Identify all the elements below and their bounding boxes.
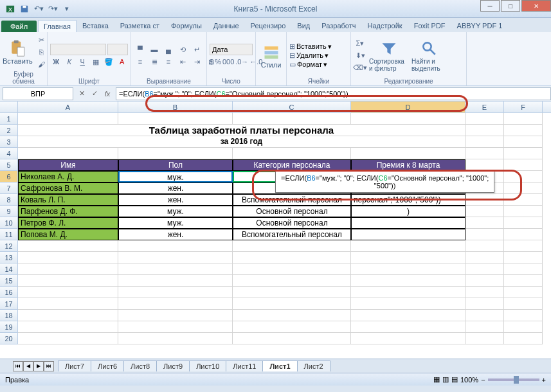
tab-view[interactable]: Вид — [291, 19, 316, 32]
indent-dec-icon[interactable]: ⇤ — [176, 56, 189, 67]
insert-cells-button[interactable]: ⊞Вставить ▾ — [289, 42, 348, 51]
sheet-nav-next[interactable]: ▶ — [33, 361, 44, 371]
view-normal-icon[interactable]: ▦ — [433, 375, 440, 384]
view-layout-icon[interactable]: ▥ — [442, 375, 449, 384]
tab-foxit[interactable]: Foxit PDF — [408, 19, 451, 32]
qat-more-icon[interactable]: ▾ — [60, 3, 73, 15]
col-header-D[interactable]: D — [351, 102, 465, 112]
zoom-controls: ▦ ▥ ▤ 100% − + — [433, 375, 546, 384]
row-header[interactable]: 1 — [0, 113, 18, 125]
sheet-tab[interactable]: Лист7 — [58, 361, 91, 371]
col-header-C[interactable]: C — [233, 102, 351, 112]
formula-bar[interactable]: =ЕСЛИ(B6="муж."; "0"; ЕСЛИ(C6="Основной … — [116, 87, 551, 100]
align-middle-icon[interactable]: ▬ — [148, 44, 161, 55]
fill-color-icon[interactable]: 🪣 — [103, 56, 115, 67]
sheet-tab-active[interactable]: Лист1 — [262, 361, 297, 371]
window-controls: ─ □ ✕ — [479, 0, 551, 12]
bold-icon[interactable]: Ж — [50, 56, 62, 67]
fill-icon[interactable]: ⬇▾ — [354, 50, 366, 62]
find-select-button[interactable]: Найти и выделить — [411, 40, 447, 72]
table-title[interactable]: Таблица заработной платы персонала — [18, 125, 465, 136]
tab-insert[interactable]: Вставка — [77, 19, 114, 32]
svg-text:X: X — [8, 5, 13, 12]
border-icon[interactable]: ▦ — [90, 56, 102, 67]
col-name[interactable]: Имя — [18, 159, 118, 171]
col-gender[interactable]: Пол — [118, 159, 233, 171]
align-bottom-icon[interactable]: ▄ — [162, 44, 175, 55]
sheet-tab[interactable]: Лист10 — [189, 361, 226, 371]
sheet-tab[interactable]: Лист6 — [91, 361, 124, 371]
spreadsheet-grid[interactable]: A B C D E F 1234567891011121314151617181… — [0, 102, 551, 359]
select-all-corner[interactable] — [0, 102, 18, 112]
redo-icon[interactable]: ↷▾ — [46, 3, 59, 15]
zoom-slider[interactable] — [488, 379, 539, 381]
undo-icon[interactable]: ↶▾ — [32, 3, 45, 15]
font-color-icon[interactable]: A — [116, 56, 129, 67]
group-clipboard: Буфер обмена — [3, 71, 44, 85]
comma-icon[interactable]: 000 — [222, 56, 234, 67]
tab-review[interactable]: Рецензиро — [245, 19, 292, 32]
view-break-icon[interactable]: ▤ — [451, 375, 458, 384]
sheet-nav-prev[interactable]: ◀ — [23, 361, 33, 371]
group-font: Шрифт — [50, 78, 128, 85]
number-format-dropdown[interactable]: Дата — [210, 44, 253, 55]
minimize-button[interactable]: ─ — [480, 0, 500, 12]
tab-layout[interactable]: Разметка ст — [114, 19, 165, 32]
wrap-text-icon[interactable]: ↵ — [190, 44, 203, 55]
paste-button[interactable]: Вставить — [3, 39, 33, 65]
col-category[interactable]: Категория персонала — [233, 159, 351, 171]
excel-icon[interactable]: X — [4, 3, 17, 15]
align-left-icon[interactable]: ≡ — [134, 56, 147, 67]
file-tab[interactable]: Файл — [1, 21, 37, 32]
col-bonus[interactable]: Премия к 8 марта — [351, 159, 465, 171]
sheet-tab[interactable]: Лист11 — [226, 361, 263, 371]
align-right-icon[interactable]: ≡ — [162, 56, 175, 67]
col-header-E[interactable]: E — [465, 102, 504, 112]
orientation-icon[interactable]: ⟲ — [176, 44, 189, 55]
copy-icon[interactable]: ⎘ — [35, 46, 48, 58]
sheet-nav-last[interactable]: ⏭ — [44, 361, 54, 371]
underline-icon[interactable]: Ч — [77, 56, 89, 67]
tab-addins[interactable]: Надстройк — [361, 19, 408, 32]
format-painter-icon[interactable]: 🖌 — [35, 58, 48, 70]
cancel-formula-icon[interactable]: ✕ — [76, 88, 87, 100]
zoom-out-button[interactable]: − — [481, 376, 485, 384]
tab-formulas[interactable]: Формулы — [165, 19, 208, 32]
autosum-icon[interactable]: Σ▾ — [354, 38, 366, 49]
sheet-tab[interactable]: Лист9 — [156, 361, 190, 371]
zoom-in-button[interactable]: + — [542, 376, 546, 384]
italic-icon[interactable]: К — [64, 56, 76, 67]
inc-decimal-icon[interactable]: .0→ — [235, 56, 248, 67]
accept-formula-icon[interactable]: ✓ — [89, 88, 100, 100]
col-header-F[interactable]: F — [504, 102, 543, 112]
currency-icon[interactable]: $ — [210, 56, 213, 67]
close-button[interactable]: ✕ — [521, 0, 551, 12]
table-row[interactable]: Николаев А. Д. — [18, 171, 118, 183]
percent-icon[interactable]: % — [215, 56, 221, 67]
styles-button[interactable]: Стили — [258, 43, 284, 69]
align-center-icon[interactable]: ≣ — [148, 56, 161, 67]
sheet-nav-first[interactable]: ⏮ — [13, 361, 23, 371]
zoom-level[interactable]: 100% — [460, 376, 478, 384]
align-top-icon[interactable]: ▀ — [134, 44, 147, 55]
sheet-tab[interactable]: Лист2 — [297, 361, 330, 371]
maximize-button[interactable]: □ — [501, 0, 520, 12]
clear-icon[interactable]: ⌫▾ — [354, 62, 366, 74]
format-cells-button[interactable]: ▭Формат ▾ — [289, 60, 348, 69]
name-box[interactable]: ВПР — [3, 87, 73, 100]
indent-inc-icon[interactable]: ⇥ — [190, 56, 203, 67]
cut-icon[interactable]: ✂ — [35, 34, 48, 46]
svg-rect-6 — [17, 47, 24, 56]
sort-filter-button[interactable]: Сортировка и фильтр — [369, 40, 409, 72]
fx-icon[interactable]: fx — [102, 88, 113, 100]
col-header-B[interactable]: B — [118, 102, 233, 112]
table-subtitle[interactable]: за 2016 год — [18, 136, 465, 148]
delete-cells-button[interactable]: ⊟Удалить ▾ — [289, 51, 348, 60]
save-icon[interactable] — [18, 3, 31, 15]
tab-home[interactable]: Главная — [38, 20, 77, 32]
tab-developer[interactable]: Разработч — [316, 19, 361, 32]
tab-abbyy[interactable]: ABBYY PDF 1 — [451, 19, 509, 32]
sheet-tab[interactable]: Лист8 — [123, 361, 157, 371]
tab-data[interactable]: Данные — [208, 19, 245, 32]
col-header-A[interactable]: A — [18, 102, 118, 112]
